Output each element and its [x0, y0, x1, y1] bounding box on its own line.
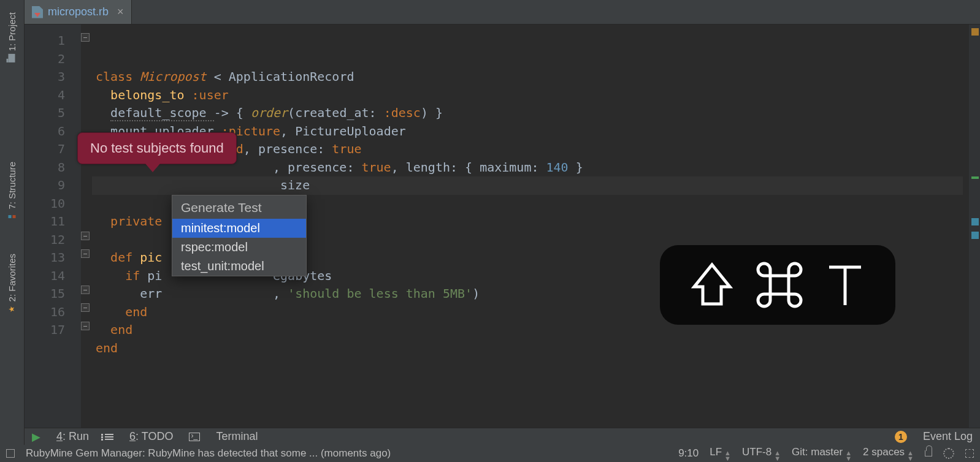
t: ApplicationRecord [229, 69, 354, 84]
t: end [96, 341, 118, 355]
t: def [110, 250, 132, 265]
left-sidebar: 1: Project 7: Structure ★ 2: Favorites [0, 0, 25, 462]
stripe-marker[interactable] [971, 232, 979, 239]
letter-t-icon [825, 262, 865, 308]
status-bar: RubyMine Gem Manager: RubyMine has detec… [0, 445, 980, 462]
updown-icon: ▲▼ [907, 450, 914, 461]
shift-icon [691, 262, 733, 308]
t: (created_at: [288, 105, 384, 120]
line-ending[interactable]: LF▲▼ [710, 446, 731, 461]
t: true [361, 160, 391, 175]
tool-window-bar: ▶ 4: Run 6: TODO Terminal 1 Event Log [25, 428, 980, 445]
ruby-file-icon [32, 6, 43, 18]
star-icon: ★ [8, 305, 17, 314]
fold-icon[interactable] [81, 322, 90, 330]
popup-item-minitest[interactable]: minitest:model [172, 219, 306, 238]
sidebar-tab-structure[interactable]: 7: Structure [7, 154, 17, 228]
sidebar-label: 2: Favorites [7, 254, 17, 301]
tool-eventlog[interactable]: Event Log [923, 430, 973, 443]
sidebar-tab-favorites[interactable]: ★ 2: Favorites [7, 246, 17, 321]
fold-icon[interactable] [81, 286, 90, 294]
lock-icon[interactable] [925, 450, 932, 456]
generate-test-popup: Generate Test minitest:model rspec:model… [172, 195, 307, 276]
t: , [273, 286, 288, 301]
t: Micropost [132, 69, 206, 84]
t: :desc [384, 105, 421, 120]
indent-widget[interactable]: 2 spaces▲▼ [863, 446, 914, 461]
file-encoding[interactable]: UTF-8▲▼ [742, 446, 781, 461]
file-tab-micropost[interactable]: micropost.rb × [25, 0, 132, 24]
git-branch[interactable]: Git: master▲▼ [792, 446, 852, 461]
t: pi [140, 268, 162, 283]
t: PictureUploader [295, 124, 406, 138]
t: end [110, 322, 132, 337]
t: class [96, 69, 132, 84]
tool-run[interactable]: 4: Run [56, 430, 89, 443]
fold-icon[interactable] [81, 249, 90, 258]
folder-icon [9, 54, 15, 62]
popup-item-testunit[interactable]: test_unit:model [172, 257, 306, 276]
t: err [140, 286, 162, 301]
updown-icon: ▲▼ [724, 450, 731, 461]
t: end [125, 305, 147, 319]
fold-icon[interactable] [81, 303, 90, 312]
sidebar-label: 1: Project [7, 12, 17, 51]
t: < [207, 69, 229, 84]
t: } [568, 160, 583, 175]
tooltip-text: No test subjects found [90, 140, 224, 156]
tab-filename: micropost.rb [48, 6, 109, 18]
t: LF [710, 446, 722, 458]
t: if [125, 268, 140, 283]
tool-terminal[interactable]: Terminal [216, 430, 258, 443]
hector-icon[interactable] [943, 448, 954, 459]
stripe-marker[interactable] [971, 218, 979, 225]
t: , presence: [243, 142, 332, 156]
run-icon: ▶ [32, 430, 40, 444]
warning-marker-icon [971, 28, 979, 36]
t: pic [132, 250, 162, 265]
t: , [280, 124, 295, 138]
cursor-position[interactable]: 9:10 [678, 447, 699, 460]
t: order [251, 105, 288, 120]
t: , presence: [273, 160, 362, 175]
t: :user [185, 88, 229, 102]
error-stripe[interactable] [969, 25, 980, 428]
t: belongs_to [110, 88, 184, 102]
toggle-toolwindows-icon[interactable] [6, 449, 15, 458]
keystroke-overlay [660, 245, 895, 325]
t: size [280, 178, 310, 192]
t: ) } [421, 105, 443, 120]
inspection-tooltip: No test subjects found [77, 132, 237, 164]
tool-todo[interactable]: 6: TODO [129, 430, 173, 443]
t: private [110, 214, 162, 229]
t: , length: { maximum: [391, 160, 546, 175]
t: 2 spaces [863, 446, 905, 458]
t: 140 [546, 160, 568, 175]
memory-icon[interactable] [965, 449, 974, 458]
status-message: RubyMine Gem Manager: RubyMine has detec… [26, 447, 391, 460]
updown-icon: ▲▼ [774, 450, 781, 461]
t: 'should be less than 5MB' [288, 286, 472, 301]
updown-icon: ▲▼ [845, 450, 852, 461]
todo-icon [105, 434, 113, 440]
sidebar-tab-project[interactable]: 1: Project [7, 5, 17, 69]
t: ) [472, 286, 480, 301]
t: -> { [214, 105, 251, 120]
fold-icon[interactable] [81, 33, 90, 42]
t: true [332, 142, 361, 156]
t: Git: master [792, 446, 843, 458]
structure-icon [9, 215, 16, 218]
terminal-icon [189, 433, 200, 441]
notification-badge: 1 [895, 431, 907, 443]
t: default_scope [110, 105, 214, 121]
sidebar-label: 7: Structure [7, 162, 17, 210]
fold-column [81, 25, 92, 428]
command-icon [756, 261, 803, 309]
editor[interactable]: 1234 5678 9101112 13141516 17 class Micr… [25, 25, 980, 428]
close-icon[interactable]: × [117, 6, 124, 18]
popup-item-rspec[interactable]: rspec:model [172, 238, 306, 257]
fold-icon[interactable] [81, 232, 90, 240]
caret-marker[interactable] [971, 176, 979, 179]
popup-title: Generate Test [172, 195, 306, 219]
line-gutter: 1234 5678 9101112 13141516 17 [25, 25, 81, 428]
